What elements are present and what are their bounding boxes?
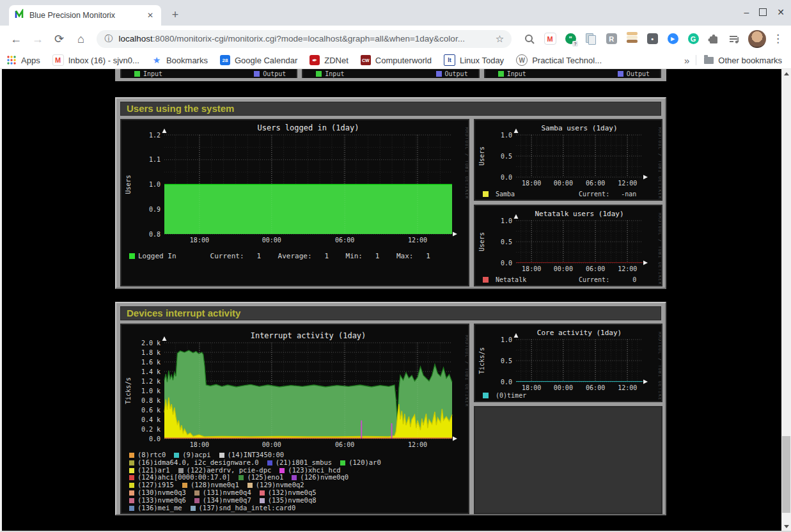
legend-item: (136)mei_me: [129, 505, 182, 512]
browser-tab[interactable]: Blue Precision Monitorix ✕: [9, 5, 161, 26]
legend-swatch: [174, 453, 179, 458]
back-icon[interactable]: ←: [8, 31, 24, 47]
legend-label: (136)mei_me: [137, 504, 182, 512]
legend-swatch: [292, 475, 297, 480]
page-scrollbar[interactable]: [781, 69, 791, 531]
legend-label: (133)nvme0q6: [137, 496, 186, 504]
bookmark-label: Bookmarks: [166, 56, 208, 65]
legend-label: (9)acpi: [182, 451, 210, 458]
svg-text:Interrupt activity (1day): Interrupt activity (1day): [251, 331, 366, 340]
bookmark-item[interactable]: CWComputerworld: [361, 55, 432, 65]
gmail-icon[interactable]: M: [542, 31, 558, 47]
legend-swatch: [267, 460, 272, 465]
svg-text:1.0: 1.0: [149, 181, 161, 188]
hangouts-icon[interactable]: "?: [563, 31, 578, 47]
bookmark-item[interactable]: ★Bookmarks: [152, 55, 208, 65]
browser-menu-icon[interactable]: ⋮: [772, 32, 783, 45]
copy-pages-icon[interactable]: [583, 31, 599, 47]
svg-text:00:00: 00:00: [554, 265, 573, 272]
tab-close-icon[interactable]: ✕: [145, 11, 156, 20]
graph-panel-netatalk-users[interactable]: 1.00.50.018:0000:0006:0012:00Netatalk us…: [474, 205, 662, 286]
browser-window: Blue Precision Monitorix ✕ + – ✕ ← → ⟳ ⌂…: [0, 0, 791, 532]
svg-text:Core activity (1day): Core activity (1day): [537, 329, 622, 337]
folder-icon: [704, 57, 714, 64]
bookmark-star-icon[interactable]: ☆: [496, 33, 504, 45]
legend-swatch: [129, 490, 134, 496]
graph-legend-core-activity: (0)timer: [483, 392, 526, 399]
svg-text:0.0: 0.0: [501, 260, 512, 267]
gmail-icon: M: [52, 54, 64, 66]
svg-text:1.2 k: 1.2 k: [141, 378, 161, 385]
cutoff-graph-panel[interactable]: InputOutput: [120, 69, 297, 78]
url-text[interactable]: localhost:8080/monitorix-cgi/monitorix.c…: [118, 34, 490, 43]
cutoff-graph-panel[interactable]: InputOutput: [484, 69, 661, 78]
address-bar[interactable]: ⓘ localhost:8080/monitorix-cgi/monitorix…: [97, 30, 512, 48]
legend-label: (122)aerdrv, pcie-dpc: [187, 466, 272, 474]
graph-panel-users-logged-in[interactable]: 1.21.11.00.90.818:0000:0006:0012:00Users…: [120, 119, 469, 286]
minimize-button[interactable]: –: [744, 6, 749, 19]
legend-label: (123)xhci_hcd: [288, 466, 340, 474]
scrollbar-up-arrow[interactable]: [781, 69, 791, 78]
svg-text:Users: Users: [478, 232, 485, 251]
computerworld-icon: CW: [361, 55, 371, 65]
extensions-puzzle-icon[interactable]: [706, 31, 721, 47]
other-bookmarks-label: Other bookmarks: [718, 56, 782, 65]
close-button[interactable]: ✕: [777, 6, 785, 19]
other-bookmarks[interactable]: Other bookmarks: [704, 56, 782, 65]
scrollbar-thumb[interactable]: [782, 436, 790, 513]
wordpress-icon: W: [516, 54, 528, 66]
grammarly-icon[interactable]: G: [685, 31, 701, 47]
graph-legend-netatalk-users: NetatalkCurrent: 0: [483, 276, 526, 283]
svg-text:0.5: 0.5: [501, 357, 512, 364]
page-info-icon[interactable]: ⓘ: [104, 33, 113, 45]
bookmark-item[interactable]: ✒ZDNet: [309, 55, 349, 65]
bookmark-item[interactable]: WPractical Technol...: [516, 54, 602, 66]
reload-icon[interactable]: ⟳: [51, 31, 68, 47]
graph-panel-interrupt-activity[interactable]: 2.0 k1.8 k1.6 k1.4 k1.2 k1.0 k0.8 k0.6 k…: [120, 324, 469, 514]
media-playlist-icon[interactable]: [726, 31, 742, 47]
zoom-video-icon[interactable]: ▸: [665, 31, 680, 47]
legend-swatch: [178, 468, 184, 473]
section-title-interrupts: Devices interrupt activity: [120, 306, 661, 320]
apps-shortcut[interactable]: Apps: [6, 55, 40, 65]
svg-text:12:00: 12:00: [618, 265, 637, 272]
svg-text:1.8 k: 1.8 k: [141, 349, 161, 356]
legend-text: Logged In Current: 1 Average: 1 Min: 1 M…: [138, 252, 430, 260]
bookmark-item[interactable]: ltLinux Today: [444, 54, 504, 66]
legend-swatch: [182, 483, 187, 488]
r-app-icon[interactable]: R: [604, 31, 619, 47]
password-manager-icon[interactable]: •: [645, 31, 660, 47]
bookmark-label: ZDNet: [324, 56, 349, 65]
svg-text:1.0: 1.0: [501, 132, 512, 139]
legend-row: (136)mei_me(137)snd_hda_intel:card0: [129, 505, 389, 512]
scrollbar-down-arrow[interactable]: [781, 522, 791, 531]
legend-swatch: [340, 460, 345, 465]
profile-avatar[interactable]: [748, 30, 766, 48]
books-stack-icon[interactable]: [624, 31, 639, 47]
search-icon[interactable]: [522, 31, 537, 47]
forward-icon[interactable]: →: [29, 31, 46, 47]
input-label: Input: [143, 70, 162, 77]
input-label: Input: [507, 70, 526, 77]
maximize-button[interactable]: [759, 8, 767, 16]
legend-swatch: [483, 393, 489, 398]
new-tab-button[interactable]: +: [168, 8, 183, 23]
home-icon[interactable]: ⌂: [73, 31, 90, 47]
legend-item-output: Output: [436, 70, 468, 78]
browser-toolbar: ← → ⟳ ⌂ ⓘ localhost:8080/monitorix-cgi/m…: [0, 26, 791, 52]
legend-label: (134)nvme0q7: [203, 496, 251, 504]
legend-swatch: [279, 468, 285, 473]
cutoff-graph-panel[interactable]: InputOutput: [302, 69, 479, 78]
legend-label: (128)nvme0q1: [191, 481, 239, 489]
graph-panel-core-activity[interactable]: 1.00.50.018:0000:0006:0012:00Core activi…: [474, 324, 662, 402]
graph-canvas-samba-users: 1.00.50.018:0000:0006:0012:00Samba users…: [475, 120, 661, 199]
gmail-glyph: M: [544, 33, 556, 45]
bookmark-item[interactable]: 28Google Calendar: [220, 55, 297, 65]
svg-text:00:00: 00:00: [554, 180, 573, 187]
bookmark-item[interactable]: MInbox (16) - sjvn0...: [52, 54, 139, 66]
svg-text:0.5: 0.5: [501, 239, 512, 246]
graph-panel-samba-users[interactable]: 1.00.50.018:0000:0006:0012:00Samba users…: [474, 119, 662, 201]
svg-text:Samba users (1day): Samba users (1day): [541, 124, 617, 132]
legend-swatch: [194, 490, 200, 496]
bookmarks-overflow-chevron[interactable]: »: [684, 55, 689, 66]
